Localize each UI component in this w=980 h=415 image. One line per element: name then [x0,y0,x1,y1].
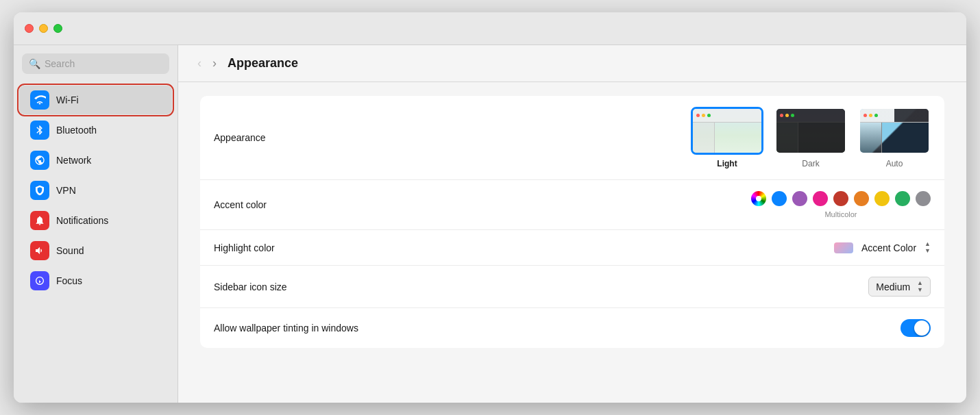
main-header: ‹ › Appearance [178,45,966,82]
sidebar-item-wifi[interactable]: Wi-Fi [19,86,172,114]
highlight-swatch [834,242,853,253]
notifications-icon [30,211,49,230]
appearance-label: Appearance [214,132,266,143]
sidebar: 🔍 Search Wi-Fi Bluetooth [14,45,178,403]
sidebar-icon-size-row: Sidebar icon size Medium ▲ ▼ [200,266,944,308]
vpn-label: VPN [56,185,76,196]
accent-color-control: Multicolor [751,191,931,218]
light-label: Light [717,159,737,168]
color-swatch-yellow[interactable] [874,191,890,206]
highlight-color-value: Accent Color [861,242,916,253]
dark-thumb[interactable] [774,107,847,155]
page-title: Appearance [228,56,298,71]
appearance-options: Light [691,107,931,168]
back-button[interactable]: ‹ [195,55,204,72]
dark-label: Dark [802,159,819,168]
highlight-stepper[interactable]: ▲ ▼ [924,241,931,254]
wallpaper-tinting-toggle[interactable] [901,319,931,337]
accent-color-row: Accent color [200,180,944,230]
minimize-button[interactable] [39,24,48,33]
sidebar-item-network[interactable]: Network [19,146,172,175]
up-arrow-icon-2[interactable]: ▲ [917,280,923,286]
close-button[interactable] [25,24,34,33]
color-swatch-graphite[interactable] [916,191,931,206]
sidebar-size-stepper[interactable]: ▲ ▼ [917,280,923,293]
accent-color-swatches: Multicolor [751,191,931,218]
wallpaper-tinting-row: Allow wallpaper tinting in windows [200,308,944,348]
sound-icon [30,241,49,260]
sidebar-item-focus[interactable]: Focus [19,266,172,295]
wifi-label: Wi-Fi [56,95,79,105]
sidebar-item-sound[interactable]: Sound [19,236,172,265]
color-swatch-red[interactable] [833,191,848,206]
wallpaper-tinting-control [901,319,931,337]
focus-label: Focus [56,275,82,286]
highlight-color-row: Highlight color Accent Color ▲ ▼ [200,230,944,266]
sidebar-icon-size-control[interactable]: Medium ▲ ▼ [868,277,931,297]
sidebar-item-bluetooth[interactable]: Bluetooth [19,116,172,144]
network-icon [30,151,49,170]
sidebar-icon-size-value: Medium [876,281,910,292]
color-swatch-pink[interactable] [813,191,828,206]
main-window: 🔍 Search Wi-Fi Bluetooth [14,12,966,403]
sound-label: Sound [56,245,84,256]
appearance-auto-option[interactable]: Auto [858,107,931,168]
traffic-lights [25,24,62,33]
down-arrow-icon-2[interactable]: ▼ [917,287,923,293]
maximize-button[interactable] [53,24,62,33]
color-swatch-orange[interactable] [854,191,869,206]
main-content: ‹ › Appearance Appearance [178,45,966,403]
titlebar [14,12,966,45]
appearance-row: Appearance [200,96,944,180]
focus-icon [30,271,49,290]
sidebar-item-notifications[interactable]: Notifications [19,206,172,235]
content-area: 🔍 Search Wi-Fi Bluetooth [14,45,966,403]
auto-thumb[interactable] [858,107,931,155]
wallpaper-tinting-label: Allow wallpaper tinting in windows [214,323,358,334]
light-thumb[interactable] [691,107,763,155]
color-swatch-purple[interactable] [792,191,807,206]
color-swatch-green[interactable] [895,191,910,206]
notifications-label: Notifications [56,215,108,226]
highlight-color-label: Highlight color [214,242,275,253]
search-bar[interactable]: 🔍 Search [22,53,169,74]
color-swatch-blue[interactable] [772,191,787,206]
color-swatch-row [751,191,931,206]
search-placeholder: Search [45,58,75,69]
settings-panel: Appearance [178,82,966,373]
color-swatch-multicolor[interactable] [751,191,766,206]
bluetooth-icon [30,121,49,140]
vpn-icon [30,181,49,200]
accent-color-label: Accent color [214,199,267,210]
highlight-color-control[interactable]: Accent Color ▲ ▼ [834,241,931,254]
up-arrow-icon[interactable]: ▲ [924,241,931,247]
bluetooth-label: Bluetooth [56,125,97,136]
appearance-section: Appearance [200,96,944,348]
search-icon: 🔍 [29,58,40,69]
appearance-dark-option[interactable]: Dark [774,107,847,168]
sidebar-item-vpn[interactable]: VPN [19,176,172,205]
wifi-icon [30,90,49,110]
sidebar-icon-size-label: Sidebar icon size [214,281,287,292]
forward-button[interactable]: › [210,55,219,72]
auto-label: Auto [886,159,903,168]
network-label: Network [56,155,91,166]
appearance-light-option[interactable]: Light [691,107,763,168]
down-arrow-icon[interactable]: ▼ [924,248,931,254]
multicolor-label: Multicolor [824,210,857,218]
